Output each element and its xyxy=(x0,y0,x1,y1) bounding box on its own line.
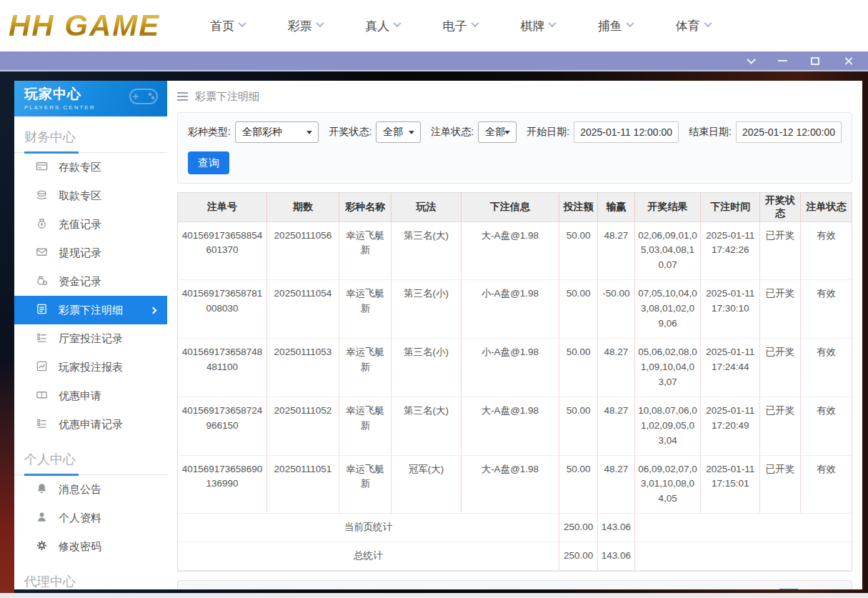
sidebar-item-label: 存款专区 xyxy=(59,161,101,174)
cell-period: 20250111056 xyxy=(266,221,339,280)
sidebar-item-充值记录[interactable]: 充值记录 xyxy=(14,210,167,239)
sidebar-item-label: 优惠申请 xyxy=(59,389,101,403)
chevron-down-icon xyxy=(549,19,557,27)
col-header-bet_time: 下注时间 xyxy=(701,193,760,221)
sidebar-item-修改密码[interactable]: 修改密码 xyxy=(14,532,167,561)
sidebar-item-label: 彩票下注明细 xyxy=(59,304,123,317)
lottery-type-select[interactable]: 全部彩种 xyxy=(235,121,319,143)
chevron-down-window-button[interactable] xyxy=(744,56,755,66)
withdrawal-envelope-icon xyxy=(36,246,48,260)
cell-play: 冠军(大) xyxy=(391,455,461,514)
table-header-row: 注单号期数彩种名称玩法下注信息投注额输赢开奖结果下注时间开奖状态注单状态 xyxy=(178,193,852,221)
nav-item-label: 首页 xyxy=(210,18,234,34)
minimize-window-button[interactable] xyxy=(777,56,788,66)
order-status-select[interactable]: 全部 xyxy=(478,121,517,143)
sidebar-item-label: 充值记录 xyxy=(59,218,101,231)
chevron-down-icon xyxy=(626,19,634,27)
cell-order_no: 401569173658724966150 xyxy=(178,397,266,455)
cell-bet_info: 大-A盘@1.98 xyxy=(461,455,559,514)
sidebar-item-消息公告[interactable]: 消息公告 xyxy=(14,475,167,504)
top-bar: HH GAME 首页彩票真人电子棋牌捕鱼体育 xyxy=(0,0,868,51)
sidebar-item-label: 资金记录 xyxy=(59,275,101,289)
chevron-down-icon xyxy=(747,55,756,64)
summary-label: 总统计 xyxy=(178,542,559,571)
sidebar-item-label: 厅室投注记录 xyxy=(59,332,123,346)
main-content: 彩票下注明细 彩种类型: 全部彩种 开奖状态: 全部 注单状态: 全部 开始日期… xyxy=(167,81,862,589)
nav-item-5[interactable]: 棋牌 xyxy=(520,18,555,34)
cell-bet_time: 2025-01-11 17:42:26 xyxy=(701,221,760,280)
menu-hamburger-icon[interactable] xyxy=(177,92,188,101)
cell-bet_amount: 50.00 xyxy=(559,455,598,514)
sidebar-item-资金记录[interactable]: 资金记录 xyxy=(14,267,167,296)
chevron-down-icon xyxy=(394,19,401,27)
cell-order_no: 401569173658690136990 xyxy=(178,455,266,514)
cell-draw_status: 已开奖 xyxy=(760,397,801,455)
sidebar-item-厅室投注记录[interactable]: 厅室投注记录 xyxy=(14,324,167,353)
report-chart-icon xyxy=(36,360,48,374)
cell-win_loss: 48.27 xyxy=(597,455,634,514)
sidebar-item-优惠申请记录[interactable]: 优惠申请记录 xyxy=(14,410,167,439)
col-header-win_loss: 输赢 xyxy=(597,193,634,221)
sidebar-item-label: 消息公告 xyxy=(59,483,101,497)
nav-item-4[interactable]: 电子 xyxy=(443,18,478,34)
cell-order_no: 401569173658854601370 xyxy=(178,221,266,280)
maximize-window-button[interactable] xyxy=(809,56,821,66)
filter-panel: 彩种类型: 全部彩种 开奖状态: 全部 注单状态: 全部 开始日期: 2025-… xyxy=(177,112,852,184)
breadcrumb: 彩票下注明细 xyxy=(177,81,852,112)
sidebar-item-彩票下注明细[interactable]: 彩票下注明细 xyxy=(14,296,167,324)
cell-bet_time: 2025-01-11 17:24:44 xyxy=(701,339,760,397)
nav-item-3[interactable]: 真人 xyxy=(365,18,400,34)
bets-table: 注单号期数彩种名称玩法下注信息投注额输赢开奖结果下注时间开奖状态注单状态4015… xyxy=(178,193,852,571)
sidebar-item-提现记录[interactable]: 提现记录 xyxy=(14,239,167,267)
summary-win-loss-total: 143.06 xyxy=(597,542,634,571)
col-header-draw_result: 开奖结果 xyxy=(634,193,700,221)
pagination-bar: 每页显示20条 共5条 首页 上一页 1 下一页 第 页 跳转 xyxy=(177,580,852,589)
close-window-button[interactable] xyxy=(842,56,854,66)
sidebar-item-优惠申请[interactable]: 优惠申请 xyxy=(14,382,167,410)
sidebar-item-label: 修改密码 xyxy=(59,540,101,554)
nav-item-7[interactable]: 体育 xyxy=(676,18,711,34)
cell-bet_info: 小-A盘@1.98 xyxy=(461,280,559,339)
sidebar-item-取款专区[interactable]: 取款专区 xyxy=(14,181,167,210)
col-header-order_status: 注单状态 xyxy=(800,193,852,221)
promo-ticket-icon xyxy=(36,389,48,403)
cell-lottery_name: 幸运飞艇新 xyxy=(339,455,391,514)
cell-win_loss: -50.00 xyxy=(597,280,634,339)
nav-item-label: 电子 xyxy=(443,18,467,34)
sidebar-item-个人资料[interactable]: 个人资料 xyxy=(14,504,167,532)
search-button[interactable]: 查询 xyxy=(188,151,229,174)
cell-draw_status: 已开奖 xyxy=(760,280,801,339)
summary-bet-total: 250.00 xyxy=(559,514,598,542)
cell-draw_status: 已开奖 xyxy=(760,221,801,280)
page-title: 彩票下注明细 xyxy=(195,90,259,104)
draw-status-select[interactable]: 全部 xyxy=(376,121,421,143)
cell-order_status: 有效 xyxy=(800,280,852,339)
summary-bet-total: 250.00 xyxy=(559,542,598,571)
cell-lottery_name: 幸运飞艇新 xyxy=(339,221,391,280)
cell-order_no: 401569173658781008030 xyxy=(178,280,266,339)
table-row-2: 40156917365878100803020250111054幸运飞艇新第三名… xyxy=(178,280,852,339)
order-status-label: 注单状态: xyxy=(431,126,474,139)
sidebar-item-存款专区[interactable]: 存款专区 xyxy=(14,153,167,181)
end-date-input[interactable]: 2025-01-12 12:00:00 xyxy=(736,121,842,143)
cell-win_loss: 48.27 xyxy=(597,397,634,455)
cell-win_loss: 48.27 xyxy=(597,339,634,397)
page-jump-input[interactable] xyxy=(779,589,799,589)
current-page-summary-row: 当前页统计250.00143.06 xyxy=(178,514,852,542)
col-header-order_no: 注单号 xyxy=(178,193,266,221)
nav-item-6[interactable]: 捕鱼 xyxy=(598,18,633,34)
chevron-down-icon xyxy=(704,19,712,27)
lottery-type-label: 彩种类型: xyxy=(188,126,231,139)
nav-item-2[interactable]: 彩票 xyxy=(288,18,323,34)
table-row-1: 40156917365885460137020250111056幸运飞艇新第三名… xyxy=(178,221,852,280)
nav-item-1[interactable]: 首页 xyxy=(210,18,245,34)
cell-bet_amount: 50.00 xyxy=(559,221,598,280)
start-date-input[interactable]: 2025-01-11 12:00:00 xyxy=(574,121,679,143)
cell-lottery_name: 幸运飞艇新 xyxy=(339,280,391,339)
summary-win-loss-total: 143.06 xyxy=(597,514,634,542)
chevron-down-icon xyxy=(471,19,479,27)
sidebar-item-玩家投注报表[interactable]: 玩家投注报表 xyxy=(14,353,167,382)
cell-period: 20250111053 xyxy=(266,339,339,397)
cell-bet_amount: 50.00 xyxy=(559,339,598,397)
close-icon xyxy=(844,56,853,66)
